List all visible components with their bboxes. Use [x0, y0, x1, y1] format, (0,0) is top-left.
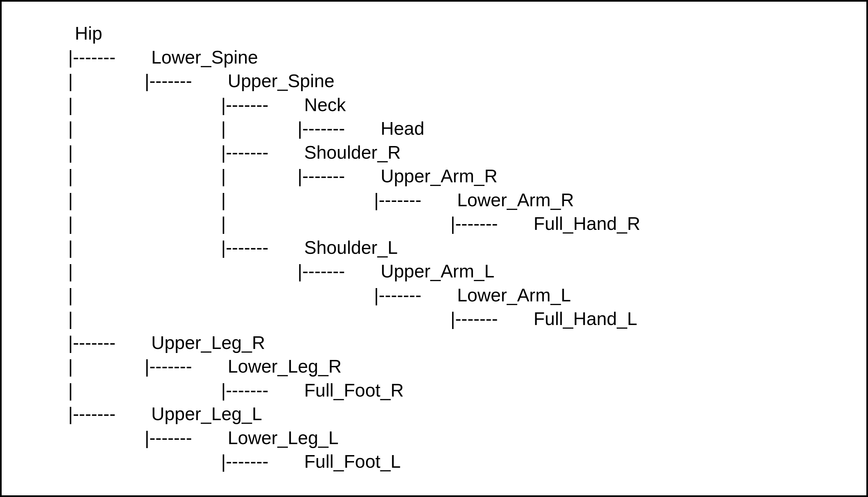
bone-node-label: Full_Hand_L [527, 307, 637, 331]
tree-branch-connector [297, 164, 374, 188]
tree-vertical-connector [221, 164, 297, 188]
tree-row: Shoulder_R [68, 141, 833, 165]
bone-node-label: Neck [297, 93, 346, 117]
tree-row: Head [68, 117, 833, 141]
tree-row: Upper_Arm_L [68, 259, 833, 283]
bone-node-label: Lower_Spine [145, 46, 258, 70]
tree-row: Lower_Leg_R [68, 355, 833, 379]
tree-vertical-connector [68, 141, 145, 165]
tree-row: Upper_Leg_R [68, 331, 833, 355]
tree-vertical-connector [221, 117, 297, 141]
tree-row: Lower_Leg_L [68, 426, 833, 450]
tree-row: Upper_Leg_L [68, 402, 833, 426]
tree-branch-connector [374, 283, 451, 307]
tree-branch-connector [297, 259, 374, 283]
tree-row: Shoulder_L [68, 236, 833, 260]
tree-branch-connector [68, 331, 145, 355]
tree-vertical-connector [68, 307, 145, 331]
bone-node-label: Upper_Arm_L [374, 259, 494, 283]
tree-vertical-connector [68, 283, 145, 307]
tree-vertical-connector [68, 212, 145, 236]
bone-node-label: Full_Foot_R [297, 379, 404, 402]
bone-node-label: Upper_Arm_R [374, 164, 498, 188]
tree-vertical-connector [68, 188, 145, 212]
tree-vertical-connector [68, 355, 145, 379]
bone-node-label: Shoulder_R [297, 141, 401, 165]
tree-row: Upper_Arm_R [68, 164, 833, 188]
bone-hierarchy-diagram: HipLower_SpineUpper_SpineNeckHeadShoulde… [0, 0, 868, 497]
tree-branch-connector [221, 379, 297, 402]
tree-row: Neck [68, 93, 833, 117]
tree-vertical-connector [68, 379, 145, 402]
tree-vertical-connector [68, 259, 145, 283]
bone-node-label: Lower_Arm_L [451, 283, 571, 307]
tree-row: Lower_Arm_L [68, 283, 833, 307]
tree-branch-connector [297, 117, 374, 141]
tree-row: Lower_Arm_R [68, 188, 833, 212]
tree-branch-connector [451, 307, 527, 331]
tree-vertical-connector [68, 93, 145, 117]
tree-branch-connector [68, 402, 145, 426]
tree-branch-connector [221, 93, 297, 117]
tree-branch-connector [221, 141, 297, 165]
tree-vertical-connector [68, 117, 145, 141]
bone-node-label: Head [374, 117, 424, 141]
tree-branch-connector [221, 236, 297, 260]
tree-branch-connector [145, 355, 221, 379]
tree-row: Full_Foot_L [68, 450, 833, 474]
tree-row: Upper_Spine [68, 69, 833, 93]
tree-branch-connector [221, 450, 297, 474]
tree-branch-connector [374, 188, 451, 212]
bone-node-label: Shoulder_L [297, 236, 398, 260]
bone-node-label: Lower_Leg_R [221, 355, 341, 379]
bone-node-label: Upper_Spine [221, 69, 335, 93]
bone-node-label: Upper_Leg_R [145, 331, 265, 355]
bone-node-label: Upper_Leg_L [145, 402, 262, 426]
bone-node-label: Lower_Leg_L [221, 426, 338, 450]
tree-vertical-connector [68, 69, 145, 93]
bone-node-label: Full_Hand_R [527, 212, 640, 236]
tree-row: Lower_Spine [68, 46, 833, 70]
tree-branch-connector [451, 212, 527, 236]
tree-branch-connector [145, 69, 221, 93]
bone-node-label: Full_Foot_L [297, 450, 401, 474]
tree-branch-connector [145, 426, 221, 450]
tree-row: Full_Hand_L [68, 307, 833, 331]
tree-row: Hip [68, 22, 833, 46]
tree-vertical-connector [221, 188, 297, 212]
tree-vertical-connector [68, 236, 145, 260]
tree-row: Full_Foot_R [68, 379, 833, 402]
tree-branch-connector [68, 46, 145, 70]
tree-row: Full_Hand_R [68, 212, 833, 236]
tree-vertical-connector [68, 164, 145, 188]
tree-vertical-connector [221, 212, 297, 236]
bone-node-label: Hip [68, 22, 102, 46]
bone-node-label: Lower_Arm_R [451, 188, 574, 212]
